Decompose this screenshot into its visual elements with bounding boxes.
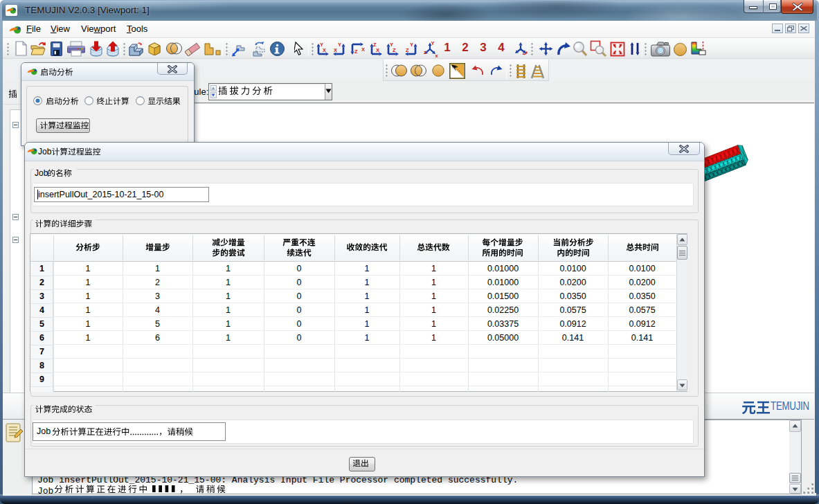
svg-text:Z: Z	[393, 47, 396, 53]
svg-text:z: z	[424, 49, 426, 55]
svg-text:X: X	[376, 47, 379, 53]
svg-text:Y: Y	[338, 42, 341, 48]
svg-text:X: X	[323, 47, 326, 53]
svg-text:Z: Z	[354, 48, 358, 55]
svg-text:X: X	[334, 47, 337, 53]
svg-text:Z: Z	[406, 47, 409, 53]
svg-text:x: x	[435, 53, 439, 57]
svg-text:X: X	[361, 46, 365, 53]
svg-text:Y: Y	[410, 42, 413, 48]
svg-text:Y: Y	[431, 41, 435, 46]
